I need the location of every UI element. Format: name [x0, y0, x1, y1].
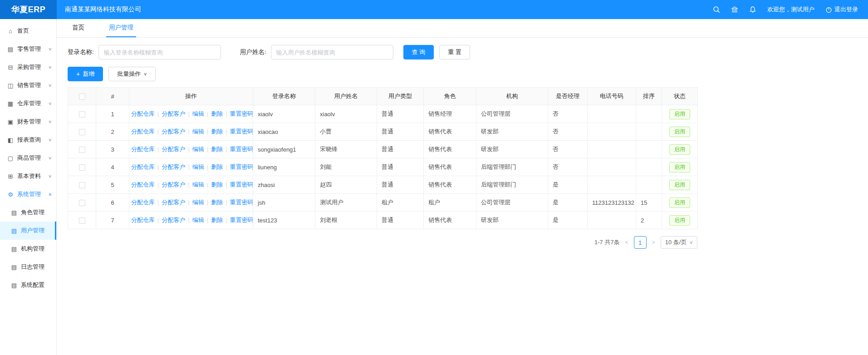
- logout-button[interactable]: 退出登录: [825, 5, 858, 14]
- doc-icon: ▤: [10, 264, 18, 271]
- select-all-checkbox[interactable]: [79, 94, 85, 100]
- tab-user-management[interactable]: 用户管理: [106, 19, 136, 37]
- column-header: 操作: [129, 88, 253, 105]
- assign-warehouse-link[interactable]: 分配仓库: [131, 128, 155, 135]
- search-button[interactable]: 查 询: [403, 45, 434, 59]
- sidebar-item-report[interactable]: ◧报表查询∨: [0, 131, 56, 149]
- status-badge[interactable]: 启用: [669, 162, 690, 173]
- prev-page-button[interactable]: <: [624, 239, 629, 246]
- user-name-input[interactable]: [271, 45, 393, 59]
- sidebar-item-sales[interactable]: ◫销售管理∨: [0, 76, 56, 94]
- sidebar-item-retail[interactable]: ▤零售管理∨: [0, 40, 56, 58]
- bank-icon[interactable]: [731, 6, 738, 13]
- app-frame: ⌂首页▤零售管理∨⊟采购管理∨◫销售管理∨▦仓库管理∨▣财务管理∨◧报表查询∨▢…: [0, 19, 868, 355]
- sidebar-item-label: 零售管理: [17, 45, 41, 53]
- cell-user-type: 普通: [377, 105, 424, 123]
- assign-warehouse-link[interactable]: 分配仓库: [131, 110, 155, 117]
- sidebar-item-system[interactable]: ⚙系统管理∧: [0, 185, 56, 203]
- row-checkbox[interactable]: [79, 164, 85, 171]
- sidebar-item-user[interactable]: ▤用户管理: [0, 222, 56, 240]
- row-checkbox[interactable]: [79, 182, 85, 188]
- next-page-button[interactable]: >: [651, 239, 656, 246]
- edit-link[interactable]: 编辑: [192, 128, 204, 135]
- assign-customer-link[interactable]: 分配客户: [162, 181, 185, 188]
- batch-actions-button[interactable]: 批量操作 ∨: [108, 67, 156, 81]
- status-badge[interactable]: 启用: [669, 197, 690, 208]
- reset-password-link[interactable]: 重置密码: [230, 110, 253, 117]
- assign-customer-link[interactable]: 分配客户: [162, 146, 185, 153]
- sidebar-item-log[interactable]: ▤日志管理: [0, 258, 56, 276]
- column-header: 用户类型: [377, 88, 424, 105]
- status-badge[interactable]: 启用: [669, 127, 690, 137]
- reset-password-link[interactable]: 重置密码: [230, 199, 253, 206]
- sidebar-item-goods[interactable]: ▢商品管理∨: [0, 149, 56, 167]
- row-checkbox[interactable]: [79, 217, 85, 224]
- bell-icon[interactable]: [749, 6, 756, 13]
- sidebar-item-purchase[interactable]: ⊟采购管理∨: [0, 58, 56, 76]
- sidebar-item-config[interactable]: ▤系统配置: [0, 276, 56, 294]
- top-header: 华夏ERP 南通某某网络科技有限公司 欢迎您，测试用户 退出登录: [0, 0, 868, 19]
- sidebar-item-finance[interactable]: ▣财务管理∨: [0, 113, 56, 131]
- table-row: 5分配仓库|分配客户|编辑|删除|重置密码zhaosi赵四普通销售代表后端管理部…: [68, 176, 698, 194]
- sidebar-item-org[interactable]: ▤机构管理: [0, 240, 56, 258]
- row-checkbox[interactable]: [79, 129, 85, 135]
- assign-warehouse-link[interactable]: 分配仓库: [131, 217, 155, 223]
- delete-link[interactable]: 删除: [211, 217, 223, 223]
- sidebar-item-warehouse[interactable]: ▦仓库管理∨: [0, 94, 56, 113]
- row-checkbox[interactable]: [79, 147, 85, 153]
- delete-link[interactable]: 删除: [211, 146, 223, 153]
- reset-password-link[interactable]: 重置密码: [230, 181, 253, 188]
- login-name-input[interactable]: [98, 45, 221, 59]
- assign-customer-link[interactable]: 分配客户: [162, 128, 185, 135]
- edit-link[interactable]: 编辑: [192, 146, 204, 153]
- assign-customer-link[interactable]: 分配客户: [162, 217, 185, 223]
- reset-button[interactable]: 重 置: [439, 45, 470, 59]
- search-icon[interactable]: [713, 6, 720, 13]
- sidebar-item-home[interactable]: ⌂首页: [0, 22, 56, 40]
- assign-customer-link[interactable]: 分配客户: [162, 110, 185, 117]
- edit-link[interactable]: 编辑: [192, 181, 204, 188]
- delete-link[interactable]: 删除: [211, 199, 223, 206]
- purchase-icon: ⊟: [7, 64, 14, 71]
- assign-customer-link[interactable]: 分配客户: [162, 163, 185, 170]
- status-badge[interactable]: 启用: [669, 180, 690, 190]
- delete-link[interactable]: 删除: [211, 128, 223, 135]
- assign-warehouse-link[interactable]: 分配仓库: [131, 199, 155, 206]
- add-button[interactable]: + 新增: [68, 67, 103, 81]
- assign-warehouse-link[interactable]: 分配仓库: [131, 146, 155, 153]
- delete-link[interactable]: 删除: [211, 181, 223, 188]
- tab-home[interactable]: 首页: [69, 19, 87, 37]
- status-badge[interactable]: 启用: [669, 144, 690, 155]
- reset-password-link[interactable]: 重置密码: [230, 128, 253, 135]
- app-logo[interactable]: 华夏ERP: [0, 0, 57, 19]
- delete-link[interactable]: 删除: [211, 163, 223, 170]
- action-divider: |: [226, 199, 227, 206]
- row-checkbox[interactable]: [79, 200, 85, 206]
- current-page-button[interactable]: 1: [634, 236, 647, 249]
- delete-link[interactable]: 删除: [211, 110, 223, 117]
- row-index: 6: [96, 194, 129, 212]
- assign-warehouse-link[interactable]: 分配仓库: [131, 181, 155, 188]
- reset-password-link[interactable]: 重置密码: [230, 163, 253, 170]
- assign-warehouse-link[interactable]: 分配仓库: [131, 163, 155, 170]
- page-size-select[interactable]: 10 条/页 ∨: [661, 236, 697, 249]
- reset-password-link[interactable]: 重置密码: [230, 146, 253, 153]
- cell-user-type: 普通: [377, 212, 424, 229]
- status-badge[interactable]: 启用: [669, 215, 690, 226]
- main-area: 首页用户管理 登录名称: 用户姓名: 查 询 重 置 + 新增 批量操作 ∨: [57, 19, 868, 355]
- cell-role: 销售代表: [424, 123, 476, 141]
- assign-customer-link[interactable]: 分配客户: [162, 199, 185, 206]
- sidebar-item-role[interactable]: ▤角色管理: [0, 203, 56, 222]
- row-checkbox[interactable]: [79, 111, 85, 118]
- edit-link[interactable]: 编辑: [192, 163, 204, 170]
- cell-login-name: test123: [253, 212, 315, 229]
- status-badge[interactable]: 启用: [669, 109, 690, 119]
- cell-sort: [636, 141, 662, 158]
- reset-password-link[interactable]: 重置密码: [230, 217, 253, 223]
- row-index: 3: [96, 141, 129, 158]
- sidebar-item-basic[interactable]: ⊞基本资料∨: [0, 167, 56, 185]
- edit-link[interactable]: 编辑: [192, 217, 204, 223]
- edit-link[interactable]: 编辑: [192, 199, 204, 206]
- edit-link[interactable]: 编辑: [192, 110, 204, 117]
- table-row: 7分配仓库|分配客户|编辑|删除|重置密码test123刘老根普通销售代表研发部…: [68, 212, 698, 229]
